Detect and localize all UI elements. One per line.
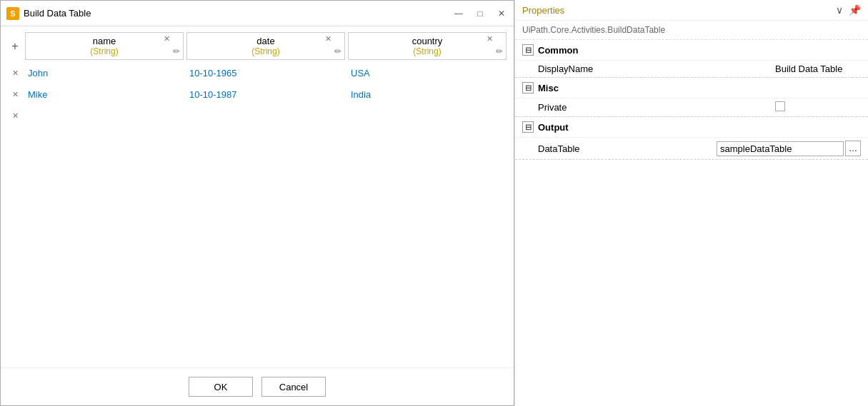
window-controls: — □ ✕ [452, 7, 508, 20]
cell-name[interactable]: John [25, 66, 184, 80]
column-edit-icon[interactable]: ✏ [334, 46, 341, 56]
prop-displayname-value: Build Data Table [775, 64, 861, 74]
properties-title: Properties [522, 5, 836, 16]
title-bar: S Build Data Table — □ ✕ [1, 1, 514, 26]
section-output-label: Output [538, 122, 569, 133]
datatable-ellipsis-button[interactable]: … [845, 141, 861, 156]
properties-pin-icon[interactable]: 📌 [849, 4, 861, 16]
cell-country[interactable]: USA [348, 66, 507, 80]
column-name-label: country [412, 36, 443, 46]
prop-private-label: Private [538, 102, 775, 113]
add-column-button[interactable]: + [6, 38, 24, 55]
cell-date[interactable]: 10-10-1965 [186, 66, 345, 80]
cell-country[interactable]: India [348, 88, 507, 101]
row-delete-icon[interactable]: ✕ [6, 68, 24, 78]
column-close-icon[interactable]: ✕ [325, 34, 331, 44]
section-misc: ⊟ Misc Private [515, 78, 868, 117]
cell-country[interactable] [348, 114, 507, 117]
cancel-button[interactable]: Cancel [261, 377, 326, 397]
svg-text:S: S [10, 9, 15, 18]
section-toggle-icon[interactable]: ⊟ [522, 82, 534, 93]
properties-header: Properties ∨ 📌 [515, 0, 868, 21]
section-output-header[interactable]: ⊟ Output [515, 117, 868, 137]
section-toggle-icon[interactable]: ⊟ [522, 121, 534, 133]
minimize-button[interactable]: — [452, 7, 465, 20]
row-delete-icon[interactable]: ✕ [6, 111, 24, 121]
column-type-label: (String) [251, 46, 279, 56]
section-common-header[interactable]: ⊟ Common [515, 40, 868, 60]
prop-private-value [775, 101, 861, 113]
ok-button[interactable]: OK [189, 377, 253, 397]
window-title: Build Data Table [24, 8, 452, 19]
close-button[interactable]: ✕ [495, 7, 508, 20]
column-close-icon[interactable]: ✕ [164, 34, 170, 44]
cell-name[interactable]: Mike [25, 88, 184, 101]
prop-row-private: Private [515, 98, 868, 116]
column-edit-icon[interactable]: ✏ [173, 46, 180, 56]
table-row: ✕ [6, 106, 508, 126]
prop-row-datatable: DataTable … [515, 137, 868, 159]
data-table-area: + ✕ name (String) ✏ ✕ date (String) ✏ ✕ … [1, 26, 514, 367]
section-toggle-icon[interactable]: ⊟ [522, 44, 534, 56]
prop-datatable-input-row: … [717, 141, 861, 156]
column-type-label: (String) [90, 46, 118, 56]
table-row: ✕ Mike 10-10-1987 India [6, 84, 508, 104]
column-name-label: name [93, 36, 116, 46]
activity-name: UiPath.Core.Activities.BuildDataTable [515, 21, 868, 40]
prop-displayname-label: DisplayName [538, 64, 775, 74]
data-rows: ✕ John 10-10-1965 USA ✕ Mike 10-10-1987 … [1, 63, 514, 367]
columns-row: + ✕ name (String) ✏ ✕ date (String) ✏ ✕ … [1, 32, 514, 60]
dialog-window: S Build Data Table — □ ✕ + ✕ name (Strin… [0, 0, 514, 406]
datatable-input[interactable] [717, 141, 844, 156]
cell-date[interactable]: 10-10-1987 [186, 88, 345, 101]
table-row: ✕ John 10-10-1965 USA [6, 63, 508, 83]
properties-panel: Properties ∨ 📌 UiPath.Core.Activities.Bu… [514, 0, 868, 406]
prop-datatable-label: DataTable [538, 143, 717, 154]
column-close-icon[interactable]: ✕ [487, 34, 493, 44]
prop-row-displayname: DisplayName Build Data Table [515, 60, 868, 77]
column-header-name: ✕ name (String) ✏ [25, 32, 184, 60]
section-output: ⊟ Output DataTable … [515, 117, 868, 160]
section-misc-header[interactable]: ⊟ Misc [515, 78, 868, 98]
column-edit-icon[interactable]: ✏ [496, 46, 503, 56]
maximize-button[interactable]: □ [474, 7, 487, 20]
section-misc-label: Misc [538, 83, 559, 93]
properties-actions: ∨ 📌 [836, 4, 861, 16]
cell-name[interactable] [25, 114, 184, 117]
section-common: ⊟ Common DisplayName Build Data Table [515, 40, 868, 78]
properties-collapse-icon[interactable]: ∨ [836, 4, 843, 16]
private-checkbox[interactable] [775, 101, 785, 111]
column-header-country: ✕ country (String) ✏ [348, 32, 507, 60]
cell-date[interactable] [186, 114, 345, 117]
row-delete-icon[interactable]: ✕ [6, 90, 24, 99]
app-icon: S [6, 7, 19, 20]
column-header-date: ✕ date (String) ✏ [186, 32, 345, 60]
dialog-footer: OK Cancel [1, 367, 514, 405]
column-name-label: date [256, 36, 274, 46]
section-common-label: Common [538, 45, 578, 56]
column-type-label: (String) [413, 46, 441, 56]
